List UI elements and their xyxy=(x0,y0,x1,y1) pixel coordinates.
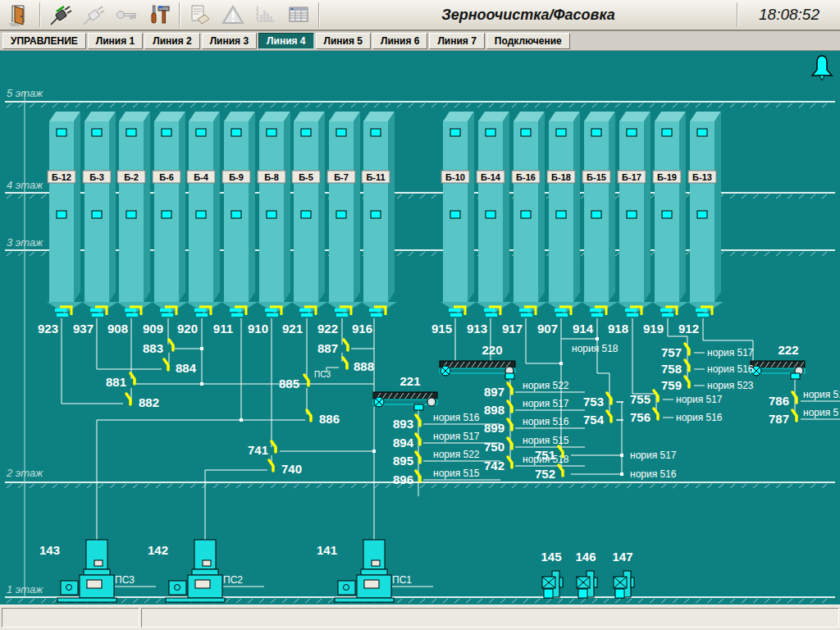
conveyor-221[interactable] xyxy=(373,392,437,407)
valve-883[interactable] xyxy=(169,340,173,350)
aspirator-146[interactable] xyxy=(577,571,597,598)
bin-left-6[interactable] xyxy=(222,112,255,302)
valve-740[interactable] xyxy=(269,460,273,471)
floor-hatch xyxy=(41,194,46,199)
valve-754[interactable] xyxy=(607,411,611,422)
route-dest-label: нория 523 xyxy=(707,380,754,391)
alarm-bell-icon[interactable] xyxy=(812,56,832,80)
valve-742[interactable] xyxy=(508,457,512,468)
valve-787[interactable] xyxy=(792,410,797,421)
outlet-gate-bar xyxy=(660,308,672,312)
bin-left-8[interactable] xyxy=(292,112,325,302)
machine-name: ПС2 xyxy=(223,574,243,586)
report-document-button[interactable] xyxy=(184,2,217,28)
packing-machine-ПС1[interactable] xyxy=(335,540,394,602)
conveyor-220[interactable] xyxy=(440,361,515,376)
floor-hatch xyxy=(144,103,149,107)
floor-hatch xyxy=(742,252,746,256)
log-table-button[interactable] xyxy=(282,2,315,28)
valve-752[interactable] xyxy=(559,465,563,476)
outlet-gate-bar xyxy=(450,313,462,317)
valve-882[interactable] xyxy=(126,394,130,404)
floor-hatch xyxy=(30,103,34,107)
bin-side-face xyxy=(213,112,220,302)
discharge-gate[interactable] xyxy=(414,404,423,410)
noria-518-label: нория 518 xyxy=(572,343,619,354)
bin-right-3[interactable] xyxy=(512,112,545,302)
discharge-gate[interactable] xyxy=(791,373,800,379)
conveyor-label: 221 xyxy=(399,374,420,388)
bin-right-1[interactable] xyxy=(441,112,474,302)
bin-right-5[interactable] xyxy=(582,112,615,302)
bin-side-face xyxy=(249,112,255,302)
valve-759[interactable] xyxy=(685,377,689,387)
tab-1[interactable]: Линия 1 xyxy=(88,33,143,49)
bin-name: Б-14 xyxy=(481,172,501,182)
tab-3[interactable]: Линия 3 xyxy=(202,33,257,49)
machine-name: ПС3 xyxy=(115,574,135,586)
valve-741[interactable] xyxy=(272,441,276,452)
valve-label: 752 xyxy=(535,467,555,481)
floor-hatch xyxy=(810,484,815,488)
tab-0[interactable]: УПРАВЛЕНИЕ xyxy=(2,33,86,49)
outlet-gate-bar xyxy=(696,308,707,312)
aspirator-147[interactable] xyxy=(614,571,634,598)
bin-right-6[interactable] xyxy=(618,112,651,302)
outlet-gate-bar xyxy=(55,308,66,312)
pipe-junction xyxy=(596,337,599,340)
bin-left-10[interactable] xyxy=(362,112,395,302)
tab-5[interactable]: Линия 5 xyxy=(316,33,371,49)
floor-hatch xyxy=(776,252,781,256)
floor-hatch xyxy=(409,252,413,256)
bin-right-7[interactable] xyxy=(653,112,686,302)
bin-right-2[interactable] xyxy=(477,112,509,302)
access-key-button[interactable] xyxy=(110,2,143,28)
bin-left-4[interactable] xyxy=(153,112,185,302)
outlet-gate-bar xyxy=(267,313,278,317)
tab-6[interactable]: Линия 6 xyxy=(372,33,427,49)
device-number: 147 xyxy=(612,550,632,564)
floor-hatch xyxy=(500,599,505,603)
floor-hatch xyxy=(213,484,218,488)
valve-886[interactable] xyxy=(307,410,311,421)
bin-left-9[interactable] xyxy=(327,112,360,302)
disconnect-plug-button[interactable] xyxy=(77,2,110,28)
packing-machine-ПС3[interactable] xyxy=(57,540,116,602)
valve-884[interactable] xyxy=(164,359,168,370)
bin-left-5[interactable] xyxy=(187,112,220,302)
bin-right-8[interactable] xyxy=(688,112,721,302)
bin-left-1[interactable] xyxy=(48,112,80,302)
machine-name: ПС1 xyxy=(392,574,412,586)
alarm-warning-button[interactable] xyxy=(217,2,249,28)
trend-chart-button[interactable] xyxy=(249,2,282,28)
bin-left-3[interactable] xyxy=(117,112,150,302)
bin-right-4[interactable] xyxy=(547,112,580,302)
bin-left-2[interactable] xyxy=(83,112,116,302)
tab-4[interactable]: Линия 4 xyxy=(258,33,313,49)
service-tools-button[interactable] xyxy=(143,2,176,28)
tab-7[interactable]: Линия 7 xyxy=(429,33,484,49)
valve-888[interactable] xyxy=(343,358,347,368)
access-key-icon xyxy=(114,3,139,26)
machine-motor xyxy=(338,581,355,595)
discharge-gate[interactable] xyxy=(505,373,514,379)
floor-hatch xyxy=(822,599,827,603)
exit-door-button[interactable] xyxy=(3,2,36,28)
bin-left-7[interactable] xyxy=(258,112,290,302)
floor-label: 4 этаж xyxy=(7,179,43,191)
tab-2[interactable]: Линия 2 xyxy=(144,33,199,49)
tab-8[interactable]: Подключение xyxy=(486,33,570,49)
packing-machine-ПС2[interactable] xyxy=(166,540,225,602)
floor-hatch xyxy=(730,194,735,199)
connect-plug-button[interactable] xyxy=(44,2,77,28)
outlet-gate-bar xyxy=(486,313,497,317)
aspirator-145[interactable] xyxy=(542,571,563,598)
machine-panel xyxy=(364,580,379,588)
valve-label: 894 xyxy=(393,436,414,450)
floor-hatch xyxy=(41,252,46,256)
machine-collar xyxy=(192,569,218,575)
valve-887[interactable] xyxy=(344,340,348,350)
machine-base xyxy=(166,598,225,602)
valve-756[interactable] xyxy=(654,409,658,419)
floor-hatch xyxy=(822,194,827,199)
